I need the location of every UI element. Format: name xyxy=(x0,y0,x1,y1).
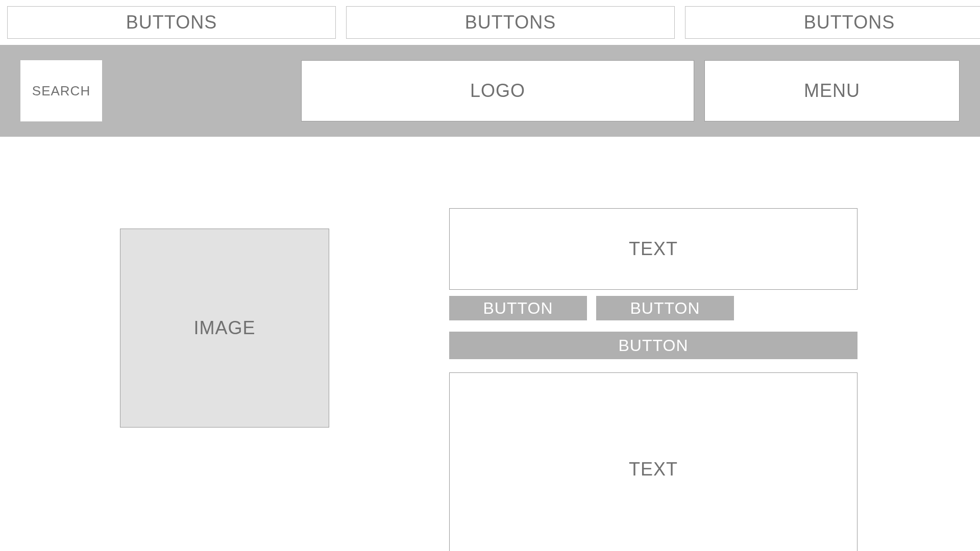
search-box[interactable]: SEARCH xyxy=(20,60,102,121)
text-block-2: TEXT xyxy=(449,372,857,551)
top-buttons-3[interactable]: BUTTONS xyxy=(685,6,980,39)
image-placeholder: IMAGE xyxy=(120,229,329,428)
button-row: BUTTON BUTTON xyxy=(449,296,857,320)
text-block-1: TEXT xyxy=(449,208,857,290)
menu-button[interactable]: MENU xyxy=(704,60,960,121)
header-bar: SEARCH LOGO MENU xyxy=(0,45,980,137)
top-buttons-2[interactable]: BUTTONS xyxy=(346,6,675,39)
logo: LOGO xyxy=(301,60,694,121)
action-button-wide[interactable]: BUTTON xyxy=(449,332,857,359)
content-area: IMAGE TEXT BUTTON BUTTON BUTTON TEXT xyxy=(0,137,980,551)
top-buttons-row: BUTTONS BUTTONS BUTTONS xyxy=(0,0,980,45)
left-column: IMAGE xyxy=(0,208,449,551)
action-button-2[interactable]: BUTTON xyxy=(596,296,734,320)
right-column: TEXT BUTTON BUTTON BUTTON TEXT xyxy=(449,208,857,551)
action-button-1[interactable]: BUTTON xyxy=(449,296,587,320)
top-buttons-1[interactable]: BUTTONS xyxy=(7,6,336,39)
